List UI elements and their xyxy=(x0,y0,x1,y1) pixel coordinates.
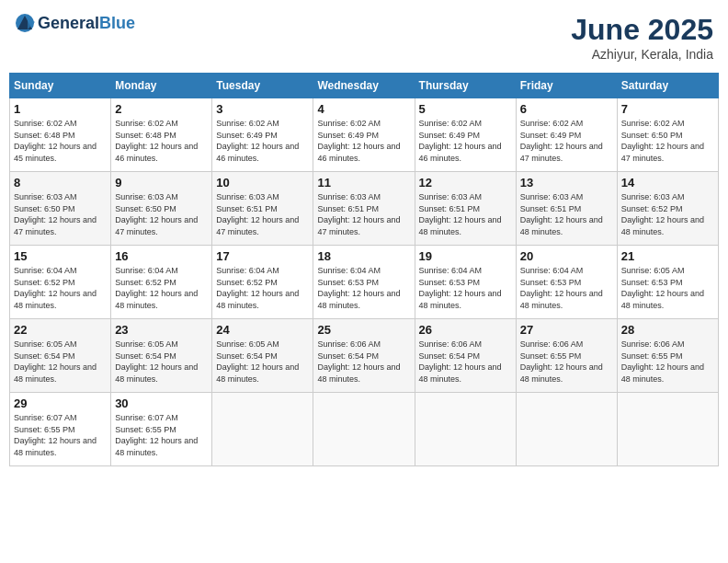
calendar-week-row: 29Sunrise: 6:07 AM Sunset: 6:55 PM Dayli… xyxy=(10,393,719,466)
day-info: Sunrise: 6:04 AM Sunset: 6:53 PM Dayligh… xyxy=(520,265,613,311)
month-title: June 2025 xyxy=(571,13,713,47)
table-row: 19Sunrise: 6:04 AM Sunset: 6:53 PM Dayli… xyxy=(415,246,516,319)
day-number: 4 xyxy=(317,102,410,116)
table-row: 6Sunrise: 6:02 AM Sunset: 6:49 PM Daylig… xyxy=(516,98,617,172)
day-info: Sunrise: 6:04 AM Sunset: 6:52 PM Dayligh… xyxy=(216,265,309,311)
day-info: Sunrise: 6:05 AM Sunset: 6:53 PM Dayligh… xyxy=(621,265,714,311)
table-row: 3Sunrise: 6:02 AM Sunset: 6:49 PM Daylig… xyxy=(212,98,313,172)
day-info: Sunrise: 6:04 AM Sunset: 6:52 PM Dayligh… xyxy=(14,265,107,311)
calendar-table: Sunday Monday Tuesday Wednesday Thursday… xyxy=(9,73,719,466)
table-row: 15Sunrise: 6:04 AM Sunset: 6:52 PM Dayli… xyxy=(10,246,111,319)
day-info: Sunrise: 6:07 AM Sunset: 6:55 PM Dayligh… xyxy=(14,412,107,458)
day-info: Sunrise: 6:04 AM Sunset: 6:53 PM Dayligh… xyxy=(419,265,512,311)
table-row: 23Sunrise: 6:05 AM Sunset: 6:54 PM Dayli… xyxy=(111,319,212,393)
day-number: 27 xyxy=(520,323,613,337)
calendar-week-row: 15Sunrise: 6:04 AM Sunset: 6:52 PM Dayli… xyxy=(10,246,719,319)
table-row xyxy=(212,393,313,466)
day-number: 25 xyxy=(317,323,410,337)
day-info: Sunrise: 6:05 AM Sunset: 6:54 PM Dayligh… xyxy=(115,339,208,385)
table-row xyxy=(313,393,415,466)
logo-icon xyxy=(15,13,35,33)
day-info: Sunrise: 6:04 AM Sunset: 6:53 PM Dayligh… xyxy=(317,265,410,311)
day-info: Sunrise: 6:03 AM Sunset: 6:51 PM Dayligh… xyxy=(216,191,309,237)
day-info: Sunrise: 6:02 AM Sunset: 6:48 PM Dayligh… xyxy=(115,118,208,164)
day-number: 20 xyxy=(520,249,613,263)
table-row: 8Sunrise: 6:03 AM Sunset: 6:50 PM Daylig… xyxy=(10,172,111,246)
day-info: Sunrise: 6:03 AM Sunset: 6:52 PM Dayligh… xyxy=(621,191,714,237)
header-wednesday: Wednesday xyxy=(313,74,415,98)
day-number: 15 xyxy=(14,249,107,263)
header-sunday: Sunday xyxy=(10,74,111,98)
day-number: 30 xyxy=(115,396,208,410)
header-friday: Friday xyxy=(516,74,617,98)
table-row: 29Sunrise: 6:07 AM Sunset: 6:55 PM Dayli… xyxy=(10,393,111,466)
day-info: Sunrise: 6:03 AM Sunset: 6:51 PM Dayligh… xyxy=(520,191,613,237)
day-number: 16 xyxy=(115,249,208,263)
day-number: 8 xyxy=(14,176,107,190)
day-info: Sunrise: 6:06 AM Sunset: 6:54 PM Dayligh… xyxy=(317,339,410,385)
table-row: 28Sunrise: 6:06 AM Sunset: 6:55 PM Dayli… xyxy=(617,319,718,393)
header-thursday: Thursday xyxy=(415,74,516,98)
day-number: 12 xyxy=(419,176,512,190)
table-row: 24Sunrise: 6:05 AM Sunset: 6:54 PM Dayli… xyxy=(212,319,313,393)
table-row: 17Sunrise: 6:04 AM Sunset: 6:52 PM Dayli… xyxy=(212,246,313,319)
table-row xyxy=(617,393,718,466)
day-number: 2 xyxy=(115,102,208,116)
day-info: Sunrise: 6:06 AM Sunset: 6:55 PM Dayligh… xyxy=(621,339,714,385)
table-row: 25Sunrise: 6:06 AM Sunset: 6:54 PM Dayli… xyxy=(313,319,415,393)
day-info: Sunrise: 6:02 AM Sunset: 6:50 PM Dayligh… xyxy=(621,118,714,164)
day-number: 21 xyxy=(621,249,714,263)
logo-general: General xyxy=(38,14,99,32)
logo-blue: Blue xyxy=(99,14,135,32)
day-number: 23 xyxy=(115,323,208,337)
day-info: Sunrise: 6:03 AM Sunset: 6:51 PM Dayligh… xyxy=(419,191,512,237)
day-info: Sunrise: 6:02 AM Sunset: 6:49 PM Dayligh… xyxy=(317,118,410,164)
table-row: 5Sunrise: 6:02 AM Sunset: 6:49 PM Daylig… xyxy=(415,98,516,172)
day-number: 5 xyxy=(419,102,512,116)
day-number: 19 xyxy=(419,249,512,263)
page-header: GeneralBlue June 2025 Azhiyur, Kerala, I… xyxy=(9,9,719,65)
table-row: 10Sunrise: 6:03 AM Sunset: 6:51 PM Dayli… xyxy=(212,172,313,246)
day-info: Sunrise: 6:06 AM Sunset: 6:54 PM Dayligh… xyxy=(419,339,512,385)
day-number: 17 xyxy=(216,249,309,263)
day-info: Sunrise: 6:02 AM Sunset: 6:49 PM Dayligh… xyxy=(520,118,613,164)
table-row: 11Sunrise: 6:03 AM Sunset: 6:51 PM Dayli… xyxy=(313,172,415,246)
day-info: Sunrise: 6:05 AM Sunset: 6:54 PM Dayligh… xyxy=(216,339,309,385)
header-saturday: Saturday xyxy=(617,74,718,98)
day-number: 10 xyxy=(216,176,309,190)
day-info: Sunrise: 6:05 AM Sunset: 6:54 PM Dayligh… xyxy=(14,339,107,385)
day-number: 29 xyxy=(14,396,107,410)
logo: GeneralBlue xyxy=(15,13,135,33)
day-info: Sunrise: 6:02 AM Sunset: 6:49 PM Dayligh… xyxy=(216,118,309,164)
day-number: 14 xyxy=(621,176,714,190)
calendar-header-row: Sunday Monday Tuesday Wednesday Thursday… xyxy=(10,74,719,98)
table-row: 21Sunrise: 6:05 AM Sunset: 6:53 PM Dayli… xyxy=(617,246,718,319)
table-row: 20Sunrise: 6:04 AM Sunset: 6:53 PM Dayli… xyxy=(516,246,617,319)
day-info: Sunrise: 6:03 AM Sunset: 6:50 PM Dayligh… xyxy=(115,191,208,237)
table-row: 27Sunrise: 6:06 AM Sunset: 6:55 PM Dayli… xyxy=(516,319,617,393)
table-row: 4Sunrise: 6:02 AM Sunset: 6:49 PM Daylig… xyxy=(313,98,415,172)
table-row: 14Sunrise: 6:03 AM Sunset: 6:52 PM Dayli… xyxy=(617,172,718,246)
day-number: 28 xyxy=(621,323,714,337)
table-row: 7Sunrise: 6:02 AM Sunset: 6:50 PM Daylig… xyxy=(617,98,718,172)
table-row: 2Sunrise: 6:02 AM Sunset: 6:48 PM Daylig… xyxy=(111,98,212,172)
day-number: 26 xyxy=(419,323,512,337)
calendar-week-row: 8Sunrise: 6:03 AM Sunset: 6:50 PM Daylig… xyxy=(10,172,719,246)
table-row: 26Sunrise: 6:06 AM Sunset: 6:54 PM Dayli… xyxy=(415,319,516,393)
day-number: 18 xyxy=(317,249,410,263)
day-info: Sunrise: 6:07 AM Sunset: 6:55 PM Dayligh… xyxy=(115,412,208,458)
table-row: 16Sunrise: 6:04 AM Sunset: 6:52 PM Dayli… xyxy=(111,246,212,319)
day-info: Sunrise: 6:03 AM Sunset: 6:51 PM Dayligh… xyxy=(317,191,410,237)
table-row xyxy=(415,393,516,466)
calendar-week-row: 22Sunrise: 6:05 AM Sunset: 6:54 PM Dayli… xyxy=(10,319,719,393)
logo-text: GeneralBlue xyxy=(38,14,135,33)
day-number: 6 xyxy=(520,102,613,116)
table-row: 1Sunrise: 6:02 AM Sunset: 6:48 PM Daylig… xyxy=(10,98,111,172)
table-row xyxy=(516,393,617,466)
table-row: 9Sunrise: 6:03 AM Sunset: 6:50 PM Daylig… xyxy=(111,172,212,246)
table-row: 22Sunrise: 6:05 AM Sunset: 6:54 PM Dayli… xyxy=(10,319,111,393)
day-info: Sunrise: 6:04 AM Sunset: 6:52 PM Dayligh… xyxy=(115,265,208,311)
table-row: 12Sunrise: 6:03 AM Sunset: 6:51 PM Dayli… xyxy=(415,172,516,246)
header-monday: Monday xyxy=(111,74,212,98)
day-info: Sunrise: 6:02 AM Sunset: 6:48 PM Dayligh… xyxy=(14,118,107,164)
